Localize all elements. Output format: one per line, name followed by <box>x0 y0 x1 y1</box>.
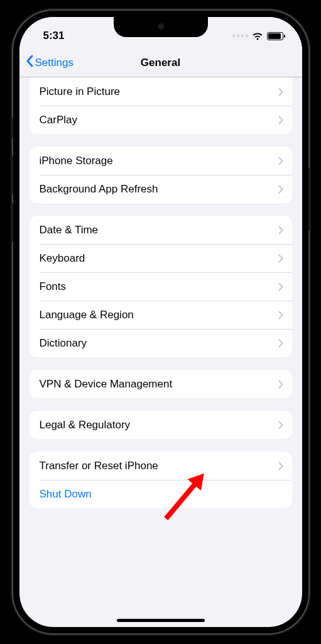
power-button <box>308 168 311 231</box>
row-background-app-refresh[interactable]: Background App Refresh <box>30 175 292 203</box>
settings-group: Legal & Regulatory <box>30 411 292 439</box>
chevron-right-icon <box>278 421 283 430</box>
settings-content[interactable]: Picture in PictureCarPlayiPhone StorageB… <box>19 77 302 627</box>
battery-icon <box>267 32 283 40</box>
row-language-region[interactable]: Language & Region <box>30 301 292 329</box>
row-label: Picture in Picture <box>40 86 278 98</box>
row-date-time[interactable]: Date & Time <box>30 216 292 244</box>
chevron-right-icon <box>278 116 283 125</box>
row-fonts[interactable]: Fonts <box>30 272 292 301</box>
screen: 5:31 Settings General Picture in Picture… <box>19 17 302 627</box>
phone-frame: 5:31 Settings General Picture in Picture… <box>13 11 308 633</box>
chevron-right-icon <box>278 311 283 319</box>
chevron-right-icon <box>278 254 283 263</box>
settings-group: Picture in PictureCarPlay <box>30 77 292 134</box>
row-label: Date & Time <box>40 224 278 236</box>
row-label: VPN & Device Management <box>40 378 278 391</box>
settings-group: Transfer or Reset iPhoneShut Down <box>30 452 292 508</box>
chevron-right-icon <box>278 339 283 348</box>
volume-down-button <box>11 203 13 242</box>
settings-group: VPN & Device Management <box>30 370 292 398</box>
home-indicator[interactable] <box>117 619 205 622</box>
chevron-right-icon <box>278 282 283 291</box>
back-button[interactable]: Settings <box>26 55 73 70</box>
chevron-right-icon <box>278 226 283 235</box>
row-carplay[interactable]: CarPlay <box>30 106 292 134</box>
row-label: Language & Region <box>40 309 278 321</box>
back-label: Settings <box>35 57 73 69</box>
chevron-right-icon <box>278 185 283 194</box>
row-label: Shut Down <box>40 488 283 501</box>
row-picture-in-picture[interactable]: Picture in Picture <box>30 77 292 106</box>
row-shut-down[interactable]: Shut Down <box>30 480 292 508</box>
settings-group: Date & TimeKeyboardFontsLanguage & Regio… <box>30 216 292 357</box>
settings-group: iPhone StorageBackground App Refresh <box>30 147 292 203</box>
row-legal-regulatory[interactable]: Legal & Regulatory <box>30 411 292 439</box>
mute-switch <box>11 118 13 139</box>
row-dictionary[interactable]: Dictionary <box>30 329 292 357</box>
chevron-right-icon <box>278 462 283 470</box>
chevron-left-icon <box>26 55 33 70</box>
row-label: Legal & Regulatory <box>40 419 278 431</box>
row-label: CarPlay <box>40 114 278 126</box>
row-label: Fonts <box>40 280 278 293</box>
row-label: iPhone Storage <box>40 155 278 167</box>
nav-bar: Settings General <box>19 48 302 77</box>
row-vpn-device-management[interactable]: VPN & Device Management <box>30 370 292 398</box>
row-label: Background App Refresh <box>40 183 278 196</box>
row-label: Keyboard <box>40 252 278 265</box>
chevron-right-icon <box>278 380 283 389</box>
cellular-dots-icon <box>232 35 248 37</box>
row-transfer-or-reset-iphone[interactable]: Transfer or Reset iPhone <box>30 452 292 480</box>
notch <box>114 17 208 37</box>
row-label: Transfer or Reset iPhone <box>40 460 278 472</box>
chevron-right-icon <box>278 87 283 96</box>
row-iphone-storage[interactable]: iPhone Storage <box>30 147 292 175</box>
row-label: Dictionary <box>40 337 278 350</box>
status-indicators <box>232 32 283 40</box>
chevron-right-icon <box>278 157 283 165</box>
row-keyboard[interactable]: Keyboard <box>30 244 292 272</box>
volume-up-button <box>11 155 13 194</box>
wifi-icon <box>252 32 263 40</box>
status-time: 5:31 <box>43 30 65 42</box>
